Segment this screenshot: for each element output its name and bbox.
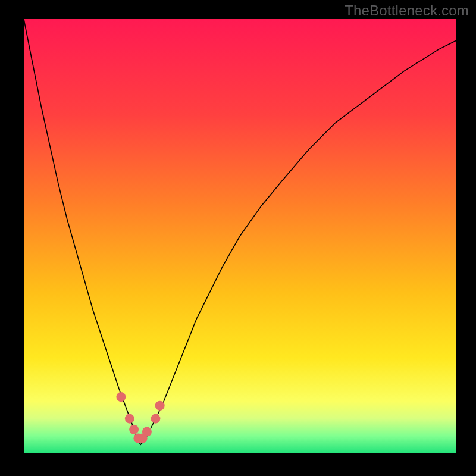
marker-dot: [116, 392, 126, 402]
watermark-text: TheBottleneck.com: [345, 2, 469, 19]
bottleneck-chart: [24, 19, 456, 453]
marker-dot: [151, 414, 160, 424]
marker-dot: [155, 401, 165, 411]
chart-frame: TheBottleneck.com: [0, 0, 476, 476]
marker-dot: [142, 427, 152, 436]
marker-dot: [125, 414, 134, 424]
marker-dot: [129, 425, 139, 434]
